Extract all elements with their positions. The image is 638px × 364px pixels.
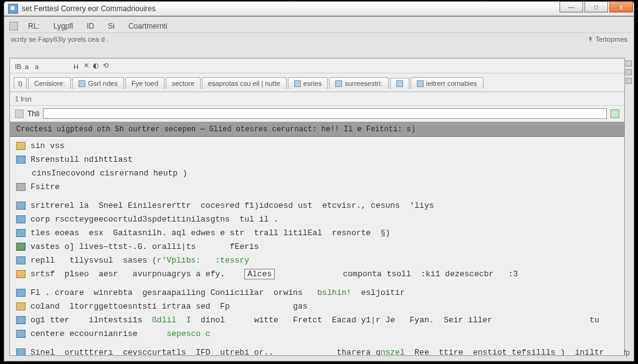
list-item-text: vastes o] lives—ttst-.G. oralli|ts fEeri… xyxy=(31,241,259,253)
toolbar-button[interactable]: a xyxy=(35,63,41,69)
search-icon[interactable] xyxy=(15,110,24,118)
list-item[interactable]: sin vss xyxy=(10,139,624,153)
list-item[interactable]: Sinel orutttrerı ceysccurtatls IFD utreb… xyxy=(10,346,624,355)
tab-strip: I) Cenisiore: GsrI ndes Fye toed sectore… xyxy=(10,73,624,92)
list-item[interactable]: srtsf plseo aesr avurpnuagrys a efy. Alc… xyxy=(10,268,624,281)
list-item-text: cinsInecovond cisrernand heutp ) xyxy=(32,168,188,179)
search-label: Thli xyxy=(27,110,39,118)
search-input[interactable] xyxy=(43,108,607,119)
title-bar[interactable]: set Ferttesl Correry eor Commadriouires xyxy=(4,1,634,16)
list-item[interactable]: Fl . croare winrebta gesraapailing Conii… xyxy=(10,286,624,300)
menu-icon[interactable] xyxy=(9,22,18,30)
list-item[interactable] xyxy=(10,341,624,346)
sub-bar: 1 lrsn xyxy=(10,92,624,106)
tab[interactable]: I) xyxy=(14,77,27,89)
list-item[interactable] xyxy=(10,194,624,199)
info-bar: ocrity se Fapy83ly yorels cea d . ↟ Tert… xyxy=(7,33,631,45)
maximize-button[interactable]: □ xyxy=(584,1,608,12)
filter-icon[interactable] xyxy=(611,110,619,118)
file-icon xyxy=(16,316,26,324)
close-button[interactable]: x xyxy=(609,1,633,12)
side-button[interactable] xyxy=(626,69,632,75)
tab[interactable]: Fye toed xyxy=(125,77,164,89)
list-item-text: sritrerel la Sneel Einilesrerttr cocesre… xyxy=(31,200,434,212)
menu-item[interactable]: RL: xyxy=(24,21,44,31)
toolbar-button[interactable]: ◐ xyxy=(93,62,99,70)
tab[interactable]: GsrI ndes xyxy=(72,77,124,89)
tab[interactable]: esaprotas csu eil | nutte xyxy=(202,77,287,89)
tab-icon xyxy=(396,80,403,87)
list-item[interactable]: Rsrenstull ndihttlast xyxy=(10,153,624,167)
list-item-text: Sinel orutttrerı ceysccurtatls IFD utreb… xyxy=(31,347,604,355)
file-icon xyxy=(16,270,26,278)
side-button[interactable] xyxy=(626,60,632,67)
sub-label: 1 lrsn xyxy=(15,95,32,103)
list-item[interactable]: Fsitre xyxy=(10,180,624,194)
close-icon[interactable]: ✕ xyxy=(83,62,89,70)
file-icon xyxy=(16,215,26,223)
screen: set Ferttesl Correry eor Commadriouires … xyxy=(0,0,638,364)
tab-icon xyxy=(335,80,342,87)
tab[interactable]: sectore xyxy=(166,77,201,89)
tab[interactable]: ieitrerr cornabies xyxy=(411,77,483,89)
file-icon xyxy=(16,243,26,251)
list-item-text: srtsf plseo aesr avurpnuagrys a efy. Alc… xyxy=(31,269,518,280)
column-header[interactable]: Crectesi uigptesd oth Sh ourtrer secepen… xyxy=(10,122,624,137)
minimize-button[interactable]: — xyxy=(559,1,583,12)
menu-item[interactable]: ID xyxy=(83,21,98,31)
list-item-text: repll tllysvsul sases (r'Vplibs: :tessry xyxy=(31,255,249,266)
tab-icon xyxy=(417,80,424,87)
file-icon xyxy=(16,183,26,191)
list-item[interactable] xyxy=(10,281,624,286)
file-icon xyxy=(16,348,26,355)
list-item-text: Fsitre xyxy=(31,182,60,193)
toolbar-button[interactable]: H xyxy=(74,63,80,69)
side-toolbar xyxy=(625,60,632,84)
content-list[interactable]: sin vssRsrenstull ndihttlastcinsInecovon… xyxy=(10,139,624,355)
tab[interactable] xyxy=(390,78,409,89)
list-item[interactable]: sritrerel la Sneel Einilesrerttr cocesre… xyxy=(10,199,624,213)
list-item[interactable]: coland ltorrggettoesntsti irtraa sed Fp … xyxy=(10,300,624,314)
tab[interactable]: esries xyxy=(288,77,328,89)
menu-item[interactable]: Lygpfl xyxy=(50,21,77,31)
list-item[interactable]: corp rsccteygeecocrtuld3spdetitinilasgtn… xyxy=(10,213,624,226)
tab-icon xyxy=(294,80,301,87)
list-item[interactable]: repll tllysvsul sases (r'Vplibs: :tessry xyxy=(10,254,624,268)
side-button[interactable] xyxy=(626,78,632,84)
tab-icon xyxy=(79,80,85,87)
client-area: RL: Lygpfl ID Si Coartmernti ocrity se F… xyxy=(4,16,634,362)
file-icon xyxy=(16,202,26,210)
status-corner: fp xyxy=(624,348,630,357)
list-item-text: Fl . croare winrebta gesraapailing Conii… xyxy=(31,287,405,299)
file-icon xyxy=(16,302,26,310)
file-icon xyxy=(16,289,26,297)
up-arrow-icon: ↟ xyxy=(588,35,593,44)
menu-item[interactable]: Si xyxy=(104,21,118,31)
menu-bar: RL: Lygpfl ID Si Coartmernti xyxy=(7,19,631,33)
file-icon xyxy=(16,156,26,164)
toolbar-button[interactable]: a xyxy=(25,63,31,69)
list-item-text: sin vss xyxy=(31,141,65,152)
tab[interactable]: Cenisiore: xyxy=(28,77,72,89)
file-icon xyxy=(16,229,26,237)
main-panel: IB a a H ✕ ◐ ⟲ I) Cenisiore: GsrI ndes F… xyxy=(9,58,625,356)
list-item-text: coland ltorrggettoesntsti irtraa sed Fp … xyxy=(31,301,308,312)
window-controls: — □ x xyxy=(559,1,633,12)
list-item-text: centere eccournianrise sepesco c xyxy=(31,329,211,340)
list-item[interactable]: vastes o] lives—ttst-.G. oralli|ts fEeri… xyxy=(10,240,624,254)
info-right[interactable]: ↟ Tertopmes xyxy=(588,35,627,44)
list-item[interactable]: tles eoeas esx Gaitasnilh. aql edwes e s… xyxy=(10,226,624,240)
tab[interactable]: surreesestri: xyxy=(329,77,389,89)
list-item-text: tles eoeas esx Gaitasnilh. aql edwes e s… xyxy=(31,228,390,239)
list-item[interactable]: og1 tter ilntestsi1s ßdlil I dínol witte… xyxy=(10,314,624,327)
menu-item[interactable]: Coartmernti xyxy=(125,21,171,31)
list-item[interactable]: centere eccournianrise sepesco c xyxy=(10,327,624,341)
toolbar-button[interactable]: ⟲ xyxy=(103,62,108,70)
list-item-text: corp rsccteygeecocrtuld3spdetitinilasgtn… xyxy=(31,214,279,225)
list-item[interactable]: cinsInecovond cisrernand heutp ) xyxy=(10,167,624,180)
toolbar-button[interactable]: IB xyxy=(15,63,21,69)
file-icon xyxy=(16,256,26,264)
file-icon xyxy=(16,142,26,150)
toolbar: IB a a H ✕ ◐ ⟲ xyxy=(10,58,624,73)
list-item-text: Rsrenstull ndihttlast xyxy=(31,154,133,166)
